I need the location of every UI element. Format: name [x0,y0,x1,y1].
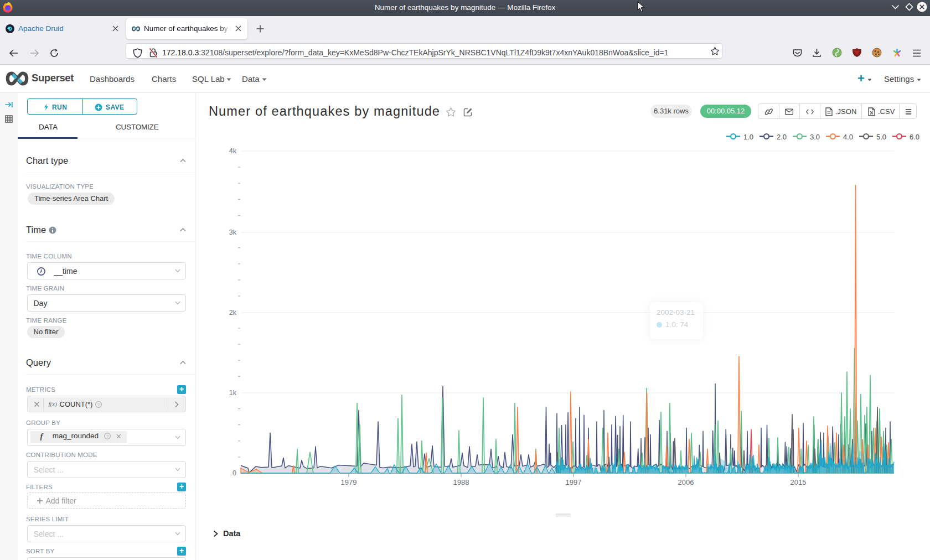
svg-text:2006: 2006 [678,478,694,486]
svg-text:1979: 1979 [341,478,357,486]
svg-text:2015: 2015 [790,478,807,486]
svg-text:1988: 1988 [453,478,469,486]
svg-text:?: ? [97,402,100,407]
svg-text:3k: 3k [229,229,237,236]
svg-text:1k: 1k [229,389,237,397]
svg-text:4k: 4k [229,147,237,155]
svg-text:1997: 1997 [566,478,582,486]
svg-text:0: 0 [232,469,236,477]
svg-text:?: ? [106,434,108,439]
svg-text:2k: 2k [229,309,237,317]
